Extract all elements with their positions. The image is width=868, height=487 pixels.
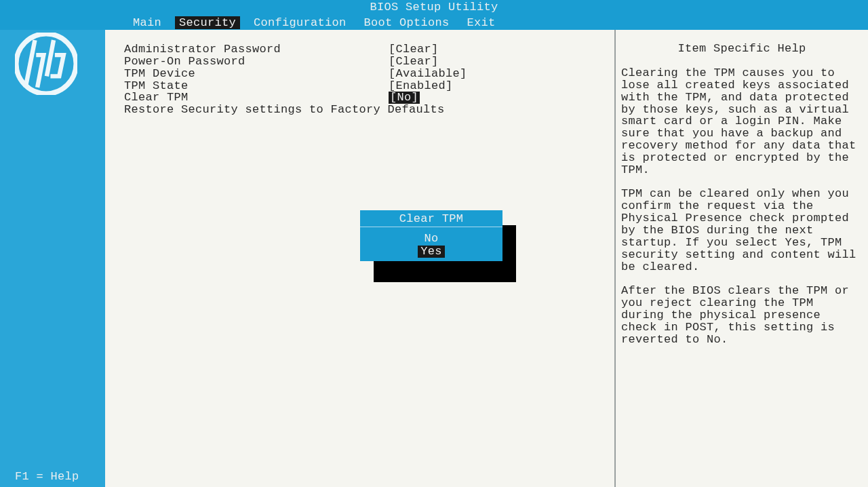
menu-bar: Main Security Configuration Boot Options… xyxy=(0,15,868,30)
setting-label: Power-On Password xyxy=(124,56,389,68)
setting-clear-tpm[interactable]: Clear TPM [No] xyxy=(124,92,595,104)
menu-security[interactable]: Security xyxy=(175,16,240,29)
dialog-option-no[interactable]: No xyxy=(360,233,502,245)
dialog-title: Clear TPM xyxy=(360,210,502,227)
setting-value: [Available] xyxy=(389,68,467,80)
dialog-options: No Yes xyxy=(360,227,502,261)
clear-tpm-dialog: Clear TPM No Yes xyxy=(360,210,502,261)
setting-value: [No] xyxy=(389,92,420,104)
setting-value: [Enabled] xyxy=(389,80,453,92)
footer-help-hint: F1 = Help xyxy=(15,470,79,483)
setting-label: Clear TPM xyxy=(124,92,389,104)
svg-line-2 xyxy=(47,40,54,76)
setting-value: [Clear] xyxy=(389,56,439,68)
menu-boot-options[interactable]: Boot Options xyxy=(360,16,454,29)
settings-panel: Administrator Password [Clear] Power-On … xyxy=(105,30,616,487)
menu-configuration[interactable]: Configuration xyxy=(250,16,351,29)
svg-line-1 xyxy=(26,40,35,87)
setting-label: TPM Device xyxy=(124,68,389,80)
setting-label: Restore Security settings to Factory Def… xyxy=(124,104,445,116)
title-bar: BIOS Setup Utility xyxy=(0,0,868,15)
setting-label: TPM State xyxy=(124,80,389,92)
setting-value: [Clear] xyxy=(389,43,439,56)
menu-main[interactable]: Main xyxy=(129,16,165,29)
setting-tpm-state[interactable]: TPM State [Enabled] xyxy=(124,80,595,92)
menu-exit[interactable]: Exit xyxy=(463,16,500,29)
help-panel: Item Specific Help Clearing the TPM caus… xyxy=(616,30,868,487)
main-area: Administrator Password [Clear] Power-On … xyxy=(105,30,868,487)
setting-admin-password[interactable]: Administrator Password [Clear] xyxy=(124,43,595,56)
hp-logo-icon xyxy=(15,33,77,98)
dialog-option-yes[interactable]: Yes xyxy=(418,246,445,258)
setting-tpm-device[interactable]: TPM Device [Available] xyxy=(124,68,595,80)
setting-power-on-password[interactable]: Power-On Password [Clear] xyxy=(124,56,595,68)
setting-restore-defaults[interactable]: Restore Security settings to Factory Def… xyxy=(124,104,595,116)
help-title: Item Specific Help xyxy=(621,42,863,55)
help-body: Clearing the TPM causes you to lose all … xyxy=(621,67,863,345)
setting-label: Administrator Password xyxy=(124,43,389,56)
